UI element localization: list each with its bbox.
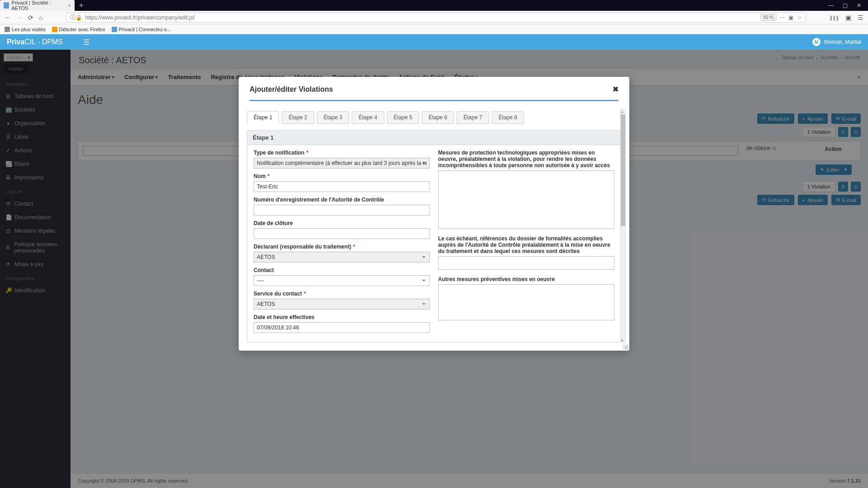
- numero-input[interactable]: [254, 205, 430, 216]
- library-icon[interactable]: ⫿⫿⫿: [830, 14, 839, 21]
- reload-icon[interactable]: ⟳: [28, 14, 33, 21]
- step-tab-6[interactable]: Étape 6: [422, 111, 454, 124]
- minimize-icon[interactable]: —: [828, 2, 834, 9]
- step-tab-4[interactable]: Étape 4: [352, 111, 384, 124]
- references-textarea[interactable]: [438, 256, 614, 270]
- bookmark-privacil[interactable]: Privacil | Connectez-v...: [112, 27, 171, 32]
- back-icon[interactable]: ←: [5, 14, 11, 21]
- maximize-icon[interactable]: ▢: [843, 2, 848, 9]
- more-icon[interactable]: ⋯: [779, 14, 785, 21]
- declarant-select[interactable]: AETOS: [254, 252, 430, 263]
- reader-icon[interactable]: ▣: [788, 14, 793, 21]
- scroll-thumb[interactable]: [621, 114, 625, 226]
- url-text: https://www.privacil.fr/private/company/…: [85, 14, 194, 21]
- zoom-badge[interactable]: 90 %: [760, 14, 777, 21]
- user-name: Mercier, Martial: [824, 39, 861, 45]
- nom-input[interactable]: [254, 181, 430, 192]
- step-tab-8[interactable]: Étape 8: [492, 111, 524, 124]
- step-tabs: Étape 1 Étape 2 Étape 3 Étape 4 Étape 5 …: [247, 111, 621, 124]
- url-bar[interactable]: ⓘ 🔒 https://www.privacil.fr/private/comp…: [66, 13, 806, 23]
- brand: PrivaCIL - DPMS: [7, 38, 63, 46]
- star-icon[interactable]: ☆: [797, 14, 802, 21]
- browser-nav-bar: ← → ⟳ ⌂ ⓘ 🔒 https://www.privacil.fr/priv…: [0, 11, 868, 24]
- tab-title: Privacil | Société : AETOS: [12, 0, 59, 11]
- modal-close-button[interactable]: ✖: [613, 85, 618, 94]
- home-icon[interactable]: ⌂: [39, 14, 42, 21]
- autres-label: Autres mesures préventives mises en oeuv…: [438, 276, 614, 282]
- panel-title: Étape 1: [247, 131, 621, 145]
- menu-icon[interactable]: ☰: [858, 14, 863, 21]
- app-header: PrivaCIL - DPMS ☰ M Mercier, Martial: [0, 34, 868, 50]
- sidebar-toggle-icon[interactable]: ▣: [845, 14, 851, 21]
- type-label: Type de notification*: [254, 150, 430, 156]
- sidebar-toggle-icon[interactable]: ☰: [83, 38, 90, 47]
- contact-label: Contact: [254, 267, 430, 273]
- nom-label: Nom*: [254, 173, 430, 179]
- scroll-down-icon[interactable]: ▾: [621, 338, 623, 343]
- forward-icon[interactable]: →: [16, 14, 23, 21]
- browser-tab[interactable]: Privacil | Société : AETOS ×: [0, 0, 75, 11]
- browser-tab-bar: Privacil | Société : AETOS × + — ▢ ✕: [0, 0, 868, 11]
- scroll-up-icon[interactable]: ▴: [621, 109, 623, 114]
- modal-overlay: Ajouter/éditer Violations ✖ ▴ ▾ Étape 1 …: [0, 50, 868, 488]
- step-tab-3[interactable]: Étape 3: [317, 111, 349, 124]
- resize-handle[interactable]: [623, 345, 628, 349]
- numero-label: Numéro d'enregistrement de l'Autorité de…: [254, 197, 430, 203]
- step-tab-7[interactable]: Étape 7: [457, 111, 489, 124]
- tab-favicon: [4, 2, 9, 9]
- datetime-input[interactable]: [254, 322, 430, 333]
- bookmark-icon: [112, 27, 117, 32]
- mesures-textarea[interactable]: [438, 170, 614, 229]
- violations-modal: Ajouter/éditer Violations ✖ ▴ ▾ Étape 1 …: [239, 77, 629, 351]
- step-tab-1[interactable]: Étape 1: [247, 111, 279, 124]
- date-cloture-label: Date de clôture: [254, 220, 430, 226]
- contact-select[interactable]: ----: [254, 275, 430, 286]
- references-label: Le cas échéant, références du dossier de…: [438, 235, 614, 254]
- modal-title: Ajouter/éditer Violations: [250, 85, 333, 94]
- lock-icon: 🔒: [75, 14, 82, 21]
- bookmarks-bar: Les plus visités Débuter avec Firefox Pr…: [0, 24, 868, 34]
- window-controls: — ▢ ✕: [828, 2, 868, 9]
- step-tab-5[interactable]: Étape 5: [387, 111, 419, 124]
- mesures-label: Mesures de protection technologiques app…: [438, 150, 614, 169]
- bookmark-firefox-start[interactable]: Débuter avec Firefox: [52, 27, 105, 32]
- declarant-label: Déclarant (responsable du traitement)*: [254, 244, 430, 250]
- step-tab-2[interactable]: Étape 2: [282, 111, 314, 124]
- service-label: Service du contact*: [254, 291, 430, 297]
- info-icon: ⓘ: [70, 14, 75, 21]
- user-menu[interactable]: M Mercier, Martial: [812, 38, 861, 46]
- step1-panel: Étape 1 Type de notification* Notificati…: [247, 130, 621, 343]
- service-select[interactable]: AETOS: [254, 299, 430, 310]
- avatar: M: [812, 38, 821, 46]
- scrollbar[interactable]: ▴ ▾: [620, 109, 626, 343]
- autres-textarea[interactable]: [438, 284, 614, 320]
- bookmark-icon: [52, 27, 57, 32]
- datetime-label: Date et heure effectives: [254, 314, 430, 320]
- tab-close-icon[interactable]: ×: [68, 3, 71, 8]
- bookmark-most-visited[interactable]: Les plus visités: [5, 27, 46, 32]
- date-cloture-input[interactable]: [254, 228, 430, 239]
- type-select[interactable]: Notification complémentaire (à effectuer…: [254, 158, 430, 169]
- new-tab-button[interactable]: +: [79, 1, 83, 9]
- close-icon[interactable]: ✕: [857, 2, 861, 9]
- bookmark-icon: [5, 27, 10, 32]
